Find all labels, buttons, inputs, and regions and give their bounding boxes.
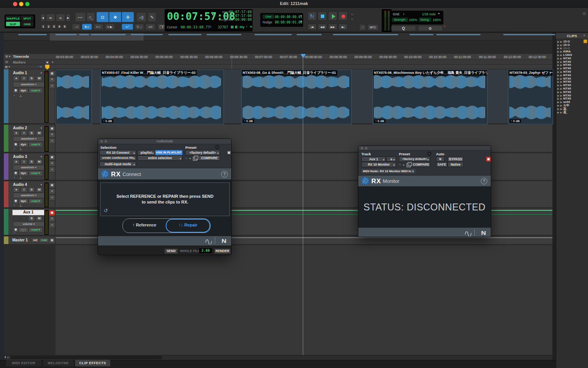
nudge-caret-icon[interactable]: ▼ — [300, 20, 302, 23]
counter-menu-caret[interactable]: ▼ — [211, 13, 214, 16]
dyn-button[interactable]: dyn — [18, 88, 28, 93]
timebase-clock-icon[interactable]: ◔ — [13, 176, 15, 179]
edit-insertion-icon[interactable]: ◧ — [235, 25, 238, 29]
preset-minus-icon[interactable]: − — [215, 145, 219, 149]
clip-item-arrow-icon[interactable]: ▶ — [560, 67, 562, 70]
clip-list-item[interactable]: ▶▶NTX0 — [557, 60, 587, 64]
mute-button[interactable]: M — [36, 187, 42, 192]
clip-gain-badge[interactable]: ↑ 0 dB — [102, 119, 113, 123]
zoom-preset-4[interactable]: 4 — [57, 24, 62, 29]
selection-reference-dropdown[interactable]: entire selection▾ — [137, 155, 183, 161]
audio-clip[interactable]: NTX075-06_Mischievous Boy いたずら少年__福島 貴夫_… — [372, 70, 488, 124]
clip-item-arrow-icon[interactable]: ▶ — [560, 74, 562, 77]
use-in-playlist-button[interactable]: USE IN PLAYLIST — [155, 150, 183, 155]
clip-item-arrow-icon[interactable]: ▶ — [560, 107, 562, 110]
dyn-button[interactable]: dyn — [18, 199, 28, 204]
go-to-start-button[interactable]: |◀ — [307, 24, 317, 30]
clip-item-arrow-icon[interactable]: ▶ — [557, 70, 559, 73]
grid-mode-button[interactable]: GRID — [21, 21, 33, 26]
clip-item-arrow-icon[interactable]: ▶ — [557, 77, 559, 80]
clip-item-arrow-icon[interactable]: ▶ — [560, 47, 562, 49]
elastic-audio-icon[interactable]: ✱ — [13, 199, 18, 204]
clip-item-arrow-icon[interactable]: ▶ — [557, 50, 559, 53]
start-value[interactable]: 00:07:57:08 — [229, 10, 251, 14]
track-name-caret-icon[interactable]: ▾ — [41, 72, 42, 75]
plugin-window-target-button[interactable]: ▣ — [486, 156, 491, 162]
swing-label[interactable]: Swing: — [419, 18, 431, 22]
gear-icon[interactable]: ⚙ — [418, 26, 443, 31]
clip-list-item[interactable]: ▶▶15 O — [557, 43, 587, 47]
help-icon[interactable]: ? — [481, 178, 487, 184]
zoom-in-arrow-button[interactable]: ▶ — [66, 14, 70, 21]
clip-item-arrow-icon[interactable]: ▶ — [560, 50, 562, 53]
clip-item-arrow-icon[interactable]: ▶ — [557, 97, 559, 100]
mute-button[interactable]: M — [36, 130, 42, 136]
audio-clip[interactable] — [56, 70, 92, 124]
bypass-button[interactable]: BYPASS — [448, 156, 464, 162]
quantize-button[interactable]: Q — [391, 26, 416, 31]
librarian-copy-icon[interactable] — [193, 157, 197, 161]
tab-to-transient-icon[interactable]: →⊦ — [72, 24, 80, 30]
preset-increment-icon[interactable]: ＋ — [188, 156, 192, 161]
clip-item-arrow-icon[interactable]: ▶ — [557, 107, 559, 110]
grid-note-caret-icon[interactable]: ▼ — [438, 12, 440, 15]
clip-list-item[interactable]: ▶▶NTX0 — [557, 77, 587, 80]
fast-forward-button[interactable]: ▶▶ — [328, 24, 337, 30]
playlist-button[interactable]: ≡ — [49, 216, 55, 222]
track-add-button[interactable]: ＋ — [49, 167, 55, 173]
global-solo-asterisk-icon[interactable]: ✱ — [250, 25, 253, 29]
clip-list-item[interactable]: ▶▶NTX0 — [557, 90, 587, 94]
automation-mode-button[interactable]: read ▾ — [28, 227, 43, 233]
scrub-tool-icon[interactable]: ◁) — [136, 12, 146, 22]
length-value[interactable]: 00:00:00:00 — [229, 18, 251, 21]
toolbar-options-icon[interactable]: ⊙ — [583, 11, 586, 16]
zoom-preset-5[interactable]: 5 — [62, 24, 67, 29]
timebase-clock-icon[interactable]: ◔ — [13, 231, 15, 235]
clip-item-arrow-icon[interactable]: ▶ — [560, 57, 562, 60]
whole-file-label[interactable]: WHOLE FILE — [180, 249, 200, 253]
zoom-out-arrow-button[interactable]: ◀ — [41, 14, 45, 21]
clip-item-arrow-icon[interactable]: ▶ — [557, 104, 559, 107]
clip-list-item[interactable]: ▶▶NTX0 — [557, 67, 587, 70]
elastic-audio-icon[interactable]: ✱ — [13, 88, 18, 93]
mirrored-midi-icon[interactable]: ⇅⊹ — [82, 24, 92, 30]
track-selector-dropdown[interactable]: Aux 1▾ — [361, 156, 386, 162]
clip-item-arrow-icon[interactable]: ▶ — [560, 70, 562, 73]
rewind-button[interactable]: ◀◀ — [318, 24, 327, 30]
track-header-audio3[interactable]: Audio 3 ▾ ● I S M waveform ▾ ✱ dyn read … — [4, 153, 55, 181]
clip-item-arrow-icon[interactable]: ▶ — [557, 94, 559, 97]
insert-position-dropdown[interactable]: a▾ — [386, 156, 396, 162]
clip-item-arrow-icon[interactable]: ▶ — [560, 84, 562, 86]
track-name[interactable]: Audio 2 — [13, 126, 27, 130]
playlist-button[interactable]: ≡ — [49, 77, 55, 83]
clip-list-item[interactable]: ▶▶LONG — [557, 53, 587, 57]
marker-view-button[interactable]: ▣ — [45, 60, 49, 64]
audio-clip[interactable]: NTX079-03_Zephyr ゼファー__銀↑ 0 dB — [508, 70, 553, 124]
strength-label[interactable]: Strength: — [392, 18, 408, 22]
compare-button[interactable]: COMPARE — [199, 155, 220, 161]
input-monitor-button[interactable]: I — [21, 76, 27, 81]
preset-increment-icon[interactable]: ＋ — [402, 163, 405, 168]
tab-melodyne[interactable]: MELODYNE — [43, 360, 74, 366]
clip-item-arrow-icon[interactable]: ▶ — [557, 80, 559, 83]
clip-list-item[interactable]: ▶▶NTX0 — [557, 73, 587, 77]
spot-mode-button[interactable]: SPOT — [21, 16, 33, 21]
scrollbar-thumb[interactable] — [11, 356, 162, 359]
playlist-button[interactable]: ≡ — [49, 132, 55, 138]
clip-item-arrow-icon[interactable]: ▶ — [560, 80, 562, 83]
track-view-selector[interactable]: waveform ▾ — [13, 193, 44, 198]
clip-list-item[interactable]: ▶▶15 O — [557, 47, 587, 50]
automation-mode-button[interactable]: read ▾ — [28, 88, 43, 93]
transport-expand-down-button[interactable] — [350, 18, 354, 21]
timebase-clock-icon[interactable]: ◔ — [13, 94, 15, 98]
playlist-button[interactable]: ≡ — [49, 161, 55, 166]
render-button[interactable]: RENDER — [214, 248, 231, 254]
clip-list-item[interactable]: ▶▶NTX0 — [557, 97, 587, 101]
mtc-button[interactable]: MTC — [367, 24, 379, 31]
solo-button[interactable]: S — [28, 76, 35, 81]
track-name[interactable]: Audio 3 — [13, 155, 27, 159]
plugin-settings-icon[interactable]: ▣ — [226, 150, 232, 155]
auto-enable-icon[interactable]: ⧉ — [436, 156, 444, 162]
record-enable-button[interactable]: ● — [13, 130, 20, 136]
clip-list-item[interactable]: ▶▶NTX0 — [557, 57, 587, 60]
